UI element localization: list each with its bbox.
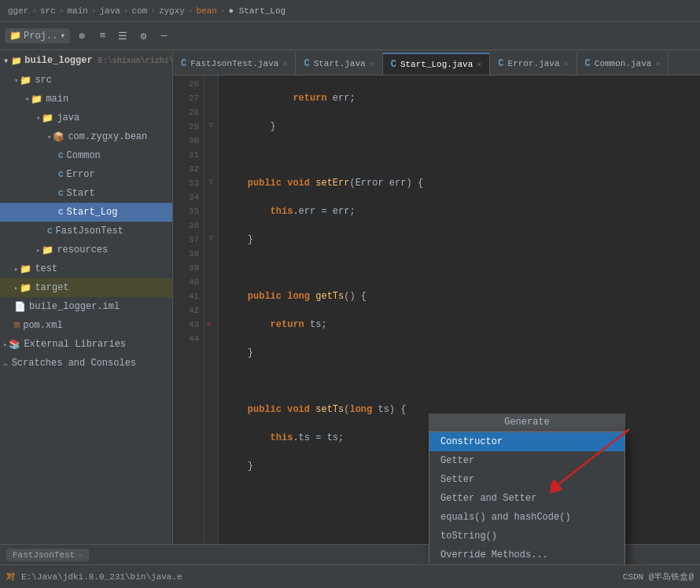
sidebar-item-start-log[interactable]: C Start_Log xyxy=(0,203,172,222)
sync-icon[interactable]: ⊕ xyxy=(73,28,90,45)
tab-common[interactable]: C Common.java ✕ xyxy=(577,53,669,75)
project-selector[interactable]: 📁 Proj.. ▾ xyxy=(5,28,70,43)
status-bar: 对 E:\Java\jdk1.8.0_231\bin\java.e CSDN @… xyxy=(0,564,700,588)
close-tab-common[interactable]: ✕ xyxy=(655,59,660,68)
sidebar-item-main[interactable]: ▾ 📁 main xyxy=(0,90,172,108)
menu-item-override-methods[interactable]: Override Methods... xyxy=(429,546,624,564)
arrow-icon: ▾ xyxy=(3,55,9,67)
toolbar: 📁 Proj.. ▾ ⊕ ≡ ☰ ⚙ — xyxy=(0,22,700,50)
code-container[interactable]: 26 27 28 29 30 31 32 33 34 35 36 37 38 3… xyxy=(173,75,700,564)
gutter: ▽ ▽ ▽ ⚠ xyxy=(204,75,219,564)
status-icon: 对 xyxy=(6,571,15,582)
project-icon: 📁 xyxy=(9,30,21,42)
tab-start-log[interactable]: C Start_Log.java ✕ xyxy=(383,53,491,75)
sidebar-item-target[interactable]: ▸ 📁 target xyxy=(0,278,172,297)
project-name: buile_logger xyxy=(24,55,92,66)
menu-item-constructor[interactable]: Constructor xyxy=(429,432,624,451)
close-tab-start[interactable]: ✕ xyxy=(370,59,374,68)
context-menu: Constructor Getter Setter Getter and Set… xyxy=(429,432,625,564)
context-menu-wrapper: Generate Constructor Getter Setter Gette… xyxy=(429,413,625,564)
minimize-icon[interactable]: — xyxy=(155,28,172,45)
menu-item-getter[interactable]: Getter xyxy=(429,451,624,470)
close-tab-start-log[interactable]: ✕ xyxy=(477,60,481,69)
menu-item-tostring[interactable]: toString() xyxy=(429,527,624,546)
sidebar-item-ext-libs[interactable]: ▸ 📚 External Libraries xyxy=(0,335,172,354)
close-tab-error[interactable]: ✕ xyxy=(564,59,569,68)
sidebar-item-start[interactable]: C Start xyxy=(0,184,172,203)
line-numbers: 26 27 28 29 30 31 32 33 34 35 36 37 38 3… xyxy=(173,75,204,564)
sidebar-item-src[interactable]: ▾ 📁 src xyxy=(0,71,172,90)
breadcrumb: gger › src › main › java › com › zygxy ›… xyxy=(0,0,700,22)
menu-item-getter-setter[interactable]: Getter and Setter xyxy=(429,489,624,508)
status-path: E:\Java\jdk1.8.0_231\bin\java.e xyxy=(21,572,182,582)
sidebar-item-test[interactable]: ▸ 📁 test xyxy=(0,259,172,278)
list-icon[interactable]: ≡ xyxy=(94,28,111,45)
sidebar-item-fastjsontest[interactable]: C FastJsonTest xyxy=(0,222,172,241)
context-menu-title: Generate xyxy=(429,413,625,432)
file-tabs: C FastJsonTest.java ✕ C Start.java ✕ C S… xyxy=(173,50,700,75)
tab-start[interactable]: C Start.java ✕ xyxy=(296,53,382,75)
sidebar-item-scratches[interactable]: ✏ Scratches and Consoles xyxy=(0,354,172,373)
settings-icon[interactable]: ⚙ xyxy=(134,28,152,45)
sidebar-item-iml[interactable]: 📄 buile_logger.iml xyxy=(0,297,172,316)
sidebar-item-pom[interactable]: m pom.xml xyxy=(0,316,172,335)
status-credit: CSDN @半岛铁盒@ xyxy=(623,571,694,582)
sidebar: ▾ 📁 buile_logger E:\shixun\rizhi\buil ▾ … xyxy=(0,50,173,564)
project-header[interactable]: ▾ 📁 buile_logger E:\shixun\rizhi\buil xyxy=(0,50,172,71)
sidebar-item-java[interactable]: ▾ 📁 java xyxy=(0,108,172,127)
sidebar-item-package[interactable]: ▾ 📦 com.zygxy.bean xyxy=(0,127,172,146)
project-path: E:\shixun\rizhi\buil xyxy=(98,57,173,65)
tab-fastjsontest[interactable]: C FastJsonTest.java ✕ xyxy=(173,53,296,75)
editor-area: C FastJsonTest.java ✕ C Start.java ✕ C S… xyxy=(173,50,700,564)
bottom-tab-fastjsontest[interactable]: FastJsonTest ✕ xyxy=(6,549,89,561)
sidebar-item-common[interactable]: C Common xyxy=(0,146,172,165)
menu-icon[interactable]: ☰ xyxy=(114,28,131,45)
sidebar-item-error[interactable]: C Error xyxy=(0,165,172,184)
close-tab-fastjsontest[interactable]: ✕ xyxy=(282,59,287,68)
close-bottom-tab[interactable]: ✕ xyxy=(78,550,83,560)
sidebar-item-resources[interactable]: ▸ 📁 resources xyxy=(0,241,172,259)
tab-error[interactable]: C Error.java ✕ xyxy=(490,53,577,75)
main-layout: ▾ 📁 buile_logger E:\shixun\rizhi\buil ▾ … xyxy=(0,50,700,564)
menu-item-equals-hashcode[interactable]: equals() and hashCode() xyxy=(429,508,624,527)
project-label: Proj.. xyxy=(24,31,57,42)
chevron-down-icon: ▾ xyxy=(60,30,65,42)
menu-item-setter[interactable]: Setter xyxy=(429,470,624,489)
